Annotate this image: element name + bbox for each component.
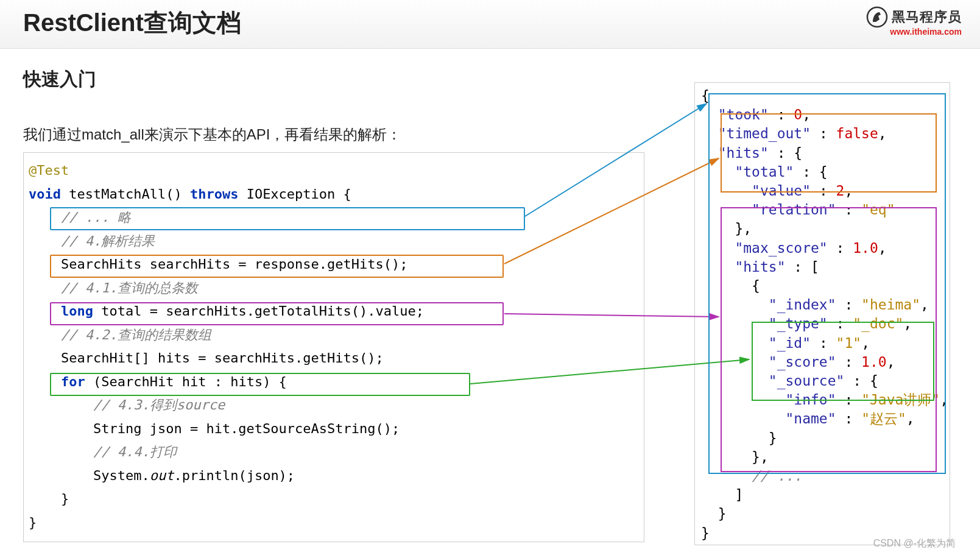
code-line: } xyxy=(29,511,639,535)
code-line: "total" : { xyxy=(701,163,943,182)
section-title: 快速入门 xyxy=(23,67,96,92)
code-line: // ... xyxy=(701,467,943,486)
code-line: } xyxy=(701,429,943,448)
code-line: // 4.1.查询的总条数 xyxy=(29,277,639,300)
code-line: "took" : 0, xyxy=(701,105,943,124)
watermark: CSDN @-化繁为简 xyxy=(873,537,956,550)
code-line: "_id" : "1", xyxy=(701,334,943,353)
code-line: { xyxy=(701,87,943,105)
code-line: "timed_out" : false, xyxy=(701,124,943,143)
code-line: "_score" : 1.0, xyxy=(701,353,943,372)
code-line: for (SearchHit hit : hits) { xyxy=(29,370,639,394)
logo-text: 黑马程序员 xyxy=(892,8,962,26)
code-line: long total = searchHits.getTotalHits().v… xyxy=(29,300,639,323)
code-line: }, xyxy=(701,448,943,467)
code-line: SearchHit[] hits = searchHits.getHits(); xyxy=(29,347,639,370)
code-line: String json = hit.getSourceAsString(); xyxy=(29,417,639,441)
code-line: "hits" : [ xyxy=(701,258,943,277)
code-line: { xyxy=(701,277,943,295)
code-line: "max_score" : 1.0, xyxy=(701,239,943,258)
code-block-json: { "took" : 0, "timed_out" : false, "hits… xyxy=(694,82,950,545)
code-line: "_source" : { xyxy=(701,372,943,391)
code-line: ] xyxy=(701,486,943,504)
code-line: } xyxy=(29,487,639,511)
intro-text: 我们通过match_all来演示下基本的API，再看结果的解析： xyxy=(23,125,401,144)
code-line: // 4.解析结果 xyxy=(29,230,639,253)
code-block-java: @Testvoid testMatchAll() throws IOExcept… xyxy=(23,152,644,542)
code-line: "hits" : { xyxy=(701,144,943,163)
code-line: "relation" : "eq" xyxy=(701,200,943,219)
code-line: } xyxy=(701,504,943,523)
logo-url: www.itheima.com xyxy=(866,27,962,37)
code-line: "_type" : "_doc", xyxy=(701,314,943,333)
code-line: // 4.4.打印 xyxy=(29,440,639,464)
page-title: RestClient查询文档 xyxy=(23,6,241,40)
horse-icon xyxy=(866,6,888,28)
code-line: @Test xyxy=(29,159,639,183)
code-line: "value" : 2, xyxy=(701,182,943,200)
code-line: SearchHits searchHits = response.getHits… xyxy=(29,253,639,277)
logo-block: 黑马程序员 www.itheima.com xyxy=(866,6,962,37)
code-line: void testMatchAll() throws IOException { xyxy=(29,183,639,207)
code-line: "_index" : "heima", xyxy=(701,295,943,314)
code-line: System.out.println(json); xyxy=(29,464,639,488)
code-line: }, xyxy=(701,219,943,238)
code-line: // 4.2.查询的结果数组 xyxy=(29,323,639,347)
code-line: "name" : "赵云", xyxy=(701,409,943,428)
code-line: // 4.3.得到source xyxy=(29,394,639,417)
code-line: "info" : "Java讲师", xyxy=(701,391,943,409)
header-bar: RestClient查询文档 黑马程序员 www.itheima.com xyxy=(0,0,980,49)
code-line: // ... 略 xyxy=(29,206,639,230)
